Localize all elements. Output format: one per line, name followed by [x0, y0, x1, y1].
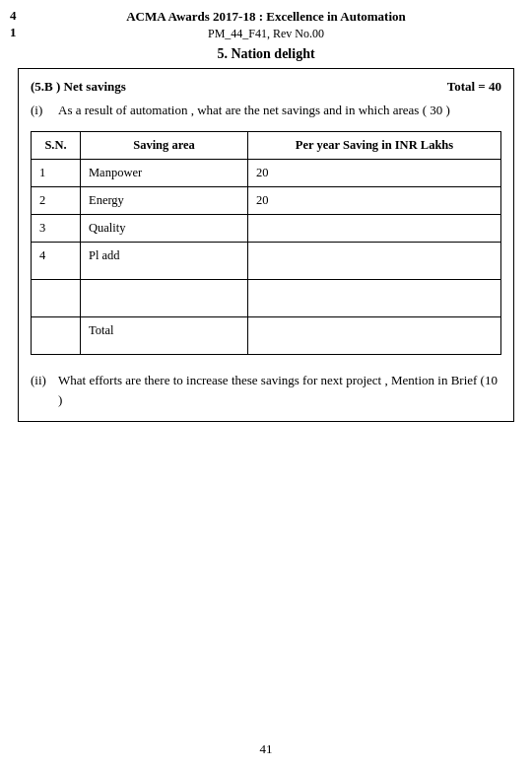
table-row: 3Quality	[32, 215, 501, 243]
col-header-saving: Per year Saving in INR Lakhs	[248, 132, 501, 160]
table-row: 1Manpower20	[32, 160, 501, 187]
cell-sn: 1	[32, 160, 81, 187]
header-title: ACMA Awards 2017-18 : Excellence in Auto…	[126, 8, 406, 26]
cell-area: Manpower	[81, 160, 248, 187]
col-header-sn: S.N.	[32, 132, 81, 160]
col-header-area: Saving area	[81, 132, 248, 160]
table-header-row: S.N. Saving area Per year Saving in INR …	[32, 132, 501, 160]
cell-saving	[248, 215, 501, 243]
section-header: (5.B ) Net savings Total = 40	[31, 79, 501, 95]
corner-numbers: 4 1	[10, 8, 17, 41]
header-subtitle: PM_44_F41, Rev No.00	[126, 26, 406, 42]
cell-sn: 4	[32, 243, 81, 280]
savings-table: S.N. Saving area Per year Saving in INR …	[31, 131, 501, 355]
table-row: Total	[32, 317, 501, 355]
cell-area: Total	[81, 317, 248, 355]
question-ii: (ii) What efforts are there to increase …	[31, 371, 501, 409]
page-number: 41	[260, 741, 273, 757]
section-title: 5. Nation delight	[217, 46, 314, 62]
cell-sn: 2	[32, 187, 81, 215]
cell-sn	[32, 280, 81, 317]
cell-saving	[248, 317, 501, 355]
cell-saving	[248, 280, 501, 317]
cell-area: Quality	[81, 215, 248, 243]
question-i: (i) As a result of automation , what are…	[31, 101, 501, 120]
table-row: 2Energy20	[32, 187, 501, 215]
page-header: ACMA Awards 2017-18 : Excellence in Auto…	[126, 0, 406, 42]
cell-sn: 3	[32, 215, 81, 243]
cell-saving: 20	[248, 187, 501, 215]
cell-area	[81, 280, 248, 317]
cell-area: Energy	[81, 187, 248, 215]
cell-saving: 20	[248, 160, 501, 187]
question-i-text: As a result of automation , what are the…	[58, 101, 450, 120]
section-header-left: (5.B ) Net savings	[31, 79, 126, 95]
question-ii-label: (ii)	[31, 371, 50, 409]
page-wrapper: 4 1 ACMA Awards 2017-18 : Excellence in …	[0, 0, 532, 769]
table-row	[32, 280, 501, 317]
content-border: (5.B ) Net savings Total = 40 (i) As a r…	[18, 68, 514, 423]
question-i-label: (i)	[31, 101, 50, 120]
question-ii-text: What efforts are there to increase these…	[58, 371, 501, 409]
cell-sn	[32, 317, 81, 355]
table-row: 4Pl add	[32, 243, 501, 280]
cell-area: Pl add	[81, 243, 248, 280]
section-header-right: Total = 40	[447, 79, 501, 95]
cell-saving	[248, 243, 501, 280]
